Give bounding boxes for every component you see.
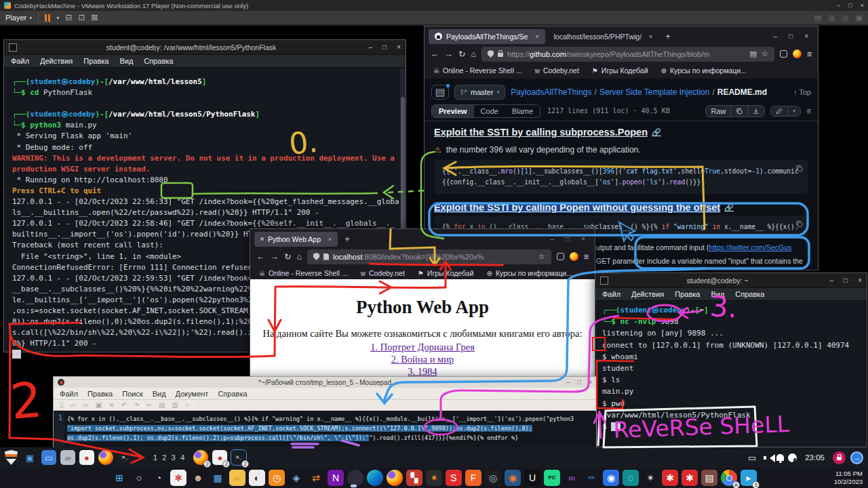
tab-blame[interactable]: Blame <box>505 105 540 117</box>
vm-tool-dim[interactable]: ◎ <box>842 14 849 22</box>
chrome-profile-icon[interactable]: A <box>721 470 737 486</box>
tab-code[interactable]: Code <box>474 105 505 117</box>
menu-item[interactable]: Справка <box>218 390 247 398</box>
menu-item[interactable]: Правка <box>87 390 113 398</box>
tracking-shield-icon[interactable] <box>313 253 319 260</box>
section-heading-subprocess-popen[interactable]: Exploit the SSTI by calling subprocess.P… <box>434 127 808 138</box>
mousepad-window[interactable]: *~/Рабочий стол/tmp_lesson_5 - Mousepad … <box>53 376 597 448</box>
f-app-icon[interactable]: F <box>465 470 481 486</box>
menu-item[interactable]: Поиск <box>122 390 142 398</box>
terminal-titlebar[interactable]: student@codeby: ~ –□× <box>595 273 867 288</box>
tab-python-web-app[interactable]: Python Web App × <box>254 232 338 247</box>
screen-lock-icon[interactable] <box>833 451 846 464</box>
tracking-shield-icon[interactable] <box>488 50 494 58</box>
display-app-icon[interactable]: ▭ <box>41 450 56 465</box>
kali-clock[interactable]: 23:05 <box>802 453 828 462</box>
firefox-account-icon[interactable] <box>793 49 802 58</box>
firefox-icon[interactable] <box>387 470 403 486</box>
mousepad-titlebar[interactable]: *~/Рабочий стол/tmp_lesson_5 - Mousepad … <box>54 377 596 388</box>
mp-tool-ic[interactable]: ✕ <box>108 401 114 409</box>
vm-wc[interactable]: – <box>837 0 840 11</box>
vm-tool-ic[interactable]: ⊡ <box>78 13 85 22</box>
virtualbox-icon[interactable]: ◈ <box>288 470 304 486</box>
firefox-window-icon[interactable]: 2 <box>193 450 208 465</box>
mp-tool-ic[interactable]: ◌ <box>196 401 200 409</box>
arrows-app-icon[interactable]: ⇄ <box>308 470 324 486</box>
wc[interactable]: □ <box>566 235 570 243</box>
vm-wc[interactable]: × <box>861 0 864 11</box>
editor-area[interactable]: 1 {% for x in ().__class__.__base__.__su… <box>54 412 596 447</box>
close-tab-icon[interactable]: × <box>649 33 652 40</box>
ws-num[interactable]: 1 <box>153 453 157 462</box>
photos-app-icon[interactable]: ▤ <box>701 470 717 486</box>
edge-icon[interactable] <box>367 470 383 486</box>
visual-studio-icon[interactable]: ∞ <box>564 470 580 486</box>
gear-red-1-icon[interactable]: ✱ <box>662 470 678 486</box>
bookmark-item[interactable]: ⊕Курсы по информаци... <box>487 269 572 277</box>
extension-icon[interactable] <box>780 50 787 58</box>
web-link[interactable]: 2. Война и мир <box>250 353 595 365</box>
genie-app-icon[interactable]: ☻ <box>190 470 206 486</box>
mp-tool-ic[interactable]: ▣ <box>96 401 102 409</box>
forward-icon[interactable]: → <box>445 49 454 59</box>
web-link[interactable]: 1. Портрет Дориана Грея <box>250 341 595 353</box>
copy-file-icon[interactable] <box>730 106 747 117</box>
wc[interactable]: □ <box>789 33 793 40</box>
mp-tool-ic[interactable]: ▱ <box>71 401 76 409</box>
bookmark-item[interactable]: wCodeby.net <box>535 66 579 75</box>
terminal-window-netcat[interactable]: student@codeby: ~ –□× ФайлДействияПравка… <box>595 272 867 447</box>
menu-item[interactable]: Действия <box>631 290 664 298</box>
tab-localhost-phptwig[interactable]: localhost/lesson5/PHPTwig/ × <box>548 29 659 44</box>
terminal-window-icon[interactable]: >_2 <box>231 450 246 465</box>
wc[interactable]: × <box>397 43 401 51</box>
vscode-icon[interactable]: <> <box>583 470 599 486</box>
bee-app-icon[interactable]: ✶ <box>642 470 658 486</box>
reload-icon[interactable]: ↻ <box>458 49 465 59</box>
gauge-app-icon[interactable]: ◔ <box>151 470 167 486</box>
edit-dropdown-icon[interactable]: ▾ <box>787 106 800 116</box>
tab-payloadsallthethings[interactable]: PayloadsAllTheThings/Se × <box>429 29 545 44</box>
menu-item[interactable]: Справка <box>144 57 173 65</box>
terminal-output[interactable]: ┌──(student㉿codeby)-[~]└─$ nc -nvlp 9898… <box>595 301 867 432</box>
volume-icon[interactable] <box>764 454 772 461</box>
menu-item[interactable]: Файл <box>602 290 620 298</box>
firefox-account-icon[interactable] <box>570 252 578 261</box>
lens-app-icon[interactable]: ◎ <box>485 470 501 486</box>
new-tab-button[interactable]: + <box>340 234 354 244</box>
bookmark-item[interactable]: wCodeby.net <box>361 269 405 277</box>
editor-text[interactable]: {% for x in ().__class__.__base__.__subc… <box>64 412 596 447</box>
raw-button[interactable]: Raw <box>706 106 730 117</box>
onenote-icon[interactable]: N <box>328 470 344 486</box>
mp-tool-ic[interactable]: ✂ <box>146 401 151 409</box>
mousepad-window-icon[interactable]: ●2 <box>212 450 227 465</box>
media-app-icon[interactable]: ▚ <box>406 470 422 486</box>
menu-item[interactable]: Вид <box>119 57 133 65</box>
fl-studio-icon[interactable]: ✶ <box>426 470 442 486</box>
forward-icon[interactable]: → <box>271 252 279 262</box>
suspend-vm-button[interactable] <box>45 14 50 22</box>
vm-tool-dim[interactable]: ▣ <box>856 14 863 22</box>
power-manager-icon[interactable] <box>788 453 797 462</box>
ws-num[interactable]: 3 <box>172 453 176 462</box>
breadcrumb-repo-link[interactable]: PayloadsAllTheThings <box>511 87 591 97</box>
asterisk-app-icon[interactable]: ✱ <box>170 470 186 486</box>
mp-tool-ic[interactable]: ↶ <box>121 401 127 409</box>
bookmark-item[interactable]: ☠Online - Reverse Shell ... <box>259 269 348 277</box>
windows-clock[interactable]: 11:05 PM 10/2/2023 <box>834 470 863 486</box>
wc[interactable]: □ <box>577 379 580 386</box>
menu-item[interactable]: Вид <box>153 390 166 398</box>
hamburger-menu-icon[interactable]: ≡ <box>584 252 589 262</box>
wc[interactable]: × <box>858 277 862 284</box>
back-icon[interactable]: ← <box>431 49 439 59</box>
copy-code-icon[interactable] <box>795 220 803 229</box>
wc[interactable]: × <box>581 235 585 243</box>
menu-item[interactable]: Правка <box>675 290 700 298</box>
reader-view-icon[interactable]: ▤ <box>749 49 756 58</box>
close-tab-icon[interactable]: × <box>328 236 332 243</box>
pycharm-icon[interactable]: PC <box>544 470 560 486</box>
copy-code-icon[interactable] <box>795 165 803 174</box>
anchor-link-icon[interactable]: 🔗 <box>724 203 734 212</box>
mp-tool-ic[interactable]: ▭ <box>82 401 88 409</box>
bookmark-item[interactable]: ⚑Игры Кодебай <box>418 269 474 277</box>
menu-item[interactable]: Файл <box>60 390 78 398</box>
